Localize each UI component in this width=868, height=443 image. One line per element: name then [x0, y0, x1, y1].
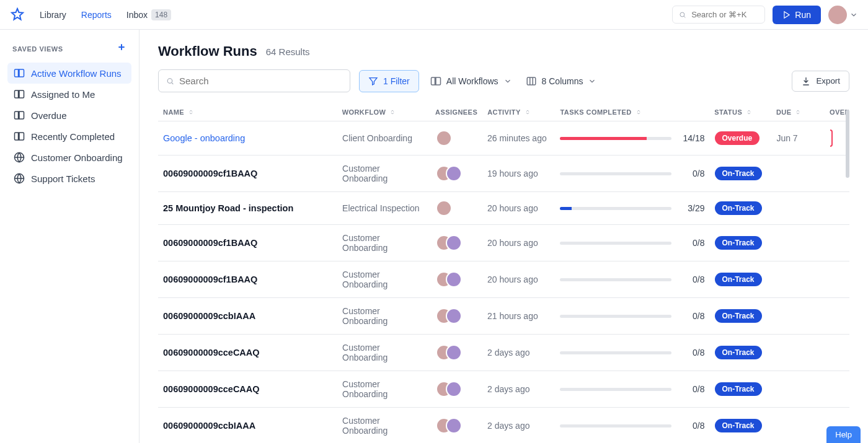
progress: 0/8	[560, 169, 704, 178]
sidebar-item-0[interactable]: Active Workflow Runs	[7, 63, 131, 84]
row-activity: 20 hours ago	[487, 274, 538, 284]
row-name[interactable]: 00609000009cceCAAQ	[163, 348, 260, 357]
table-row[interactable]: 00609000009cf1BAAQCustomer Onboarding19 …	[158, 155, 849, 191]
table-row[interactable]: 00609000009ccbIAAACustomer Onboarding21 …	[158, 297, 849, 334]
row-workflow: Client Onboarding	[342, 133, 412, 143]
row-workflow: Electrical Inspection	[342, 203, 420, 213]
chevron-down-icon	[503, 77, 512, 86]
th-due[interactable]: DUE	[771, 108, 825, 116]
global-search-input[interactable]	[691, 10, 758, 19]
assignee-avatar[interactable]	[446, 344, 462, 361]
sidebar-item-label: Overdue	[31, 110, 67, 121]
top-nav: Library Reports Inbox 148	[40, 9, 171, 20]
th-workflow[interactable]: WORKFLOW	[337, 108, 430, 116]
row-workflow: Customer Onboarding	[342, 416, 388, 436]
run-button-label: Run	[795, 10, 811, 20]
status-badge: On-Track	[715, 201, 762, 215]
table-row[interactable]: 25 Mountjoy Road - inspectionElectrical …	[158, 191, 849, 224]
th-status[interactable]: STATUS	[709, 108, 771, 116]
assignee-avatar[interactable]	[436, 200, 452, 216]
sidebar-item-3[interactable]: Recently Completed	[7, 126, 131, 147]
progress: 0/8	[560, 384, 704, 394]
table-row[interactable]: 00609000009cceCAAQCustomer Onboarding2 d…	[158, 371, 849, 407]
nav-inbox-label: Inbox	[126, 10, 148, 20]
row-activity: 26 minutes ago	[487, 133, 547, 143]
page-title: Workflow Runs	[158, 43, 257, 59]
book-icon	[14, 68, 25, 79]
assignee-avatar[interactable]	[446, 271, 462, 287]
progress-label: 0/8	[679, 169, 705, 178]
table-row[interactable]: Google - onboardingClient Onboarding26 m…	[158, 121, 849, 155]
row-workflow: Customer Onboarding	[342, 164, 388, 183]
export-button[interactable]: Export	[792, 71, 849, 92]
row-name[interactable]: 00609000009ccbIAAA	[163, 311, 255, 321]
row-name[interactable]: Google - onboarding	[163, 133, 245, 143]
row-workflow: Customer Onboarding	[342, 306, 388, 326]
row-workflow: Customer Onboarding	[342, 270, 388, 289]
sidebar-item-label: Customer Onboarding	[31, 152, 123, 163]
row-workflow: Customer Onboarding	[342, 379, 388, 399]
th-name[interactable]: NAME	[158, 108, 337, 116]
row-name[interactable]: 00609000009cf1BAAQ	[163, 169, 257, 178]
sidebar-item-2[interactable]: Overdue	[7, 105, 131, 126]
table-search[interactable]	[158, 69, 350, 92]
play-icon	[782, 11, 791, 19]
all-workflows-dropdown[interactable]: All Workflows	[428, 70, 515, 92]
assignee-stack	[436, 418, 477, 434]
row-name[interactable]: 25 Mountjoy Road - inspection	[163, 203, 293, 213]
assignee-avatar[interactable]	[446, 235, 462, 251]
user-menu[interactable]	[828, 6, 858, 24]
table-row[interactable]: 00609000009cf1BAAQCustomer Onboarding20 …	[158, 261, 849, 297]
columns-label: 8 Columns	[542, 76, 583, 86]
table-body: Google - onboardingClient Onboarding26 m…	[158, 121, 849, 443]
run-button[interactable]: Run	[773, 6, 821, 24]
global-search[interactable]	[672, 6, 765, 24]
table: NAME WORKFLOW ASSIGNEES ACTIVITY TASKS C…	[158, 103, 849, 443]
nav-inbox[interactable]: Inbox 148	[126, 9, 171, 20]
row-name[interactable]: 00609000009cf1BAAQ	[163, 238, 257, 248]
sidebar-list: Active Workflow RunsAssigned to MeOverdu…	[7, 63, 131, 189]
help-button[interactable]: Help	[826, 426, 861, 443]
nav-reports[interactable]: Reports	[81, 10, 112, 20]
nav-library[interactable]: Library	[40, 10, 66, 20]
book-icon	[14, 131, 25, 142]
main-content: Workflow Runs 64 Results 1 Filter All Wo…	[140, 30, 868, 443]
assignee-stack	[436, 271, 477, 287]
th-activity[interactable]: ACTIVITY	[482, 108, 555, 116]
progress-label: 0/8	[679, 238, 705, 248]
app-logo[interactable]	[10, 7, 25, 22]
th-assignees[interactable]: ASSIGNEES	[430, 108, 482, 116]
sidebar-item-5[interactable]: Support Tickets	[7, 168, 131, 189]
row-name[interactable]: 00609000009ccbIAAA	[163, 421, 255, 431]
table-row[interactable]: 00609000009ccbIAAACustomer Onboarding2 d…	[158, 407, 849, 443]
table-search-input[interactable]	[179, 76, 342, 86]
row-activity: 20 hours ago	[487, 238, 538, 248]
book-icon	[430, 76, 441, 87]
table-row[interactable]: 00609000009cf1BAAQCustomer Onboarding20 …	[158, 224, 849, 261]
progress: 0/8	[560, 421, 704, 431]
vertical-scrollbar[interactable]	[846, 110, 849, 178]
filter-button[interactable]: 1 Filter	[359, 70, 419, 92]
columns-dropdown[interactable]: 8 Columns	[523, 70, 600, 92]
toolbar: 1 Filter All Workflows 8 Columns Export	[158, 69, 849, 92]
assignee-avatar[interactable]	[436, 130, 452, 146]
th-tasks[interactable]: TASKS COMPLETED	[555, 108, 709, 116]
export-label: Export	[816, 76, 840, 86]
assignee-avatar[interactable]	[446, 381, 462, 397]
sidebar-item-4[interactable]: Customer Onboarding	[7, 147, 131, 168]
due-date: Jun 7	[776, 133, 797, 143]
sidebar-item-1[interactable]: Assigned to Me	[7, 84, 131, 105]
table-row[interactable]: 00609000009cceCAAQCustomer Onboarding2 d…	[158, 334, 849, 371]
add-view-button[interactable]	[117, 42, 126, 55]
assignee-avatar[interactable]	[446, 308, 462, 324]
status-badge: On-Track	[715, 273, 762, 286]
row-name[interactable]: 00609000009cceCAAQ	[163, 384, 260, 394]
row-name[interactable]: 00609000009cf1BAAQ	[163, 274, 257, 284]
search-icon	[166, 77, 174, 86]
assignee-stack	[436, 308, 477, 324]
top-header: Library Reports Inbox 148 Run	[0, 0, 868, 30]
download-icon	[801, 76, 811, 86]
assignee-avatar[interactable]	[446, 418, 462, 434]
assignee-avatar[interactable]	[446, 165, 462, 182]
svg-point-3	[167, 78, 172, 83]
